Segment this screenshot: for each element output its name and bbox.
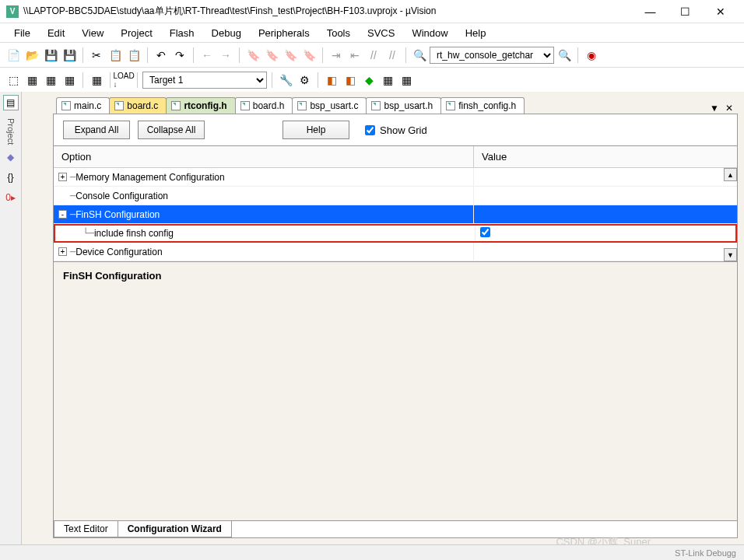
- find-next-icon[interactable]: 🔍: [556, 47, 573, 64]
- cut-icon[interactable]: ✂: [88, 47, 105, 64]
- menu-window[interactable]: Window: [404, 26, 455, 40]
- books-tab-icon[interactable]: ◆: [3, 149, 19, 165]
- indent-icon[interactable]: ⇥: [328, 47, 345, 64]
- outdent-icon[interactable]: ⇤: [346, 47, 363, 64]
- config-header: Option Value: [54, 145, 737, 168]
- tab-config-wizard[interactable]: Configuration Wizard: [118, 521, 232, 537]
- row-include-finsh[interactable]: └─include finsh config: [54, 224, 737, 243]
- tab-bsp-usart-h[interactable]: bsp_usart.h: [366, 97, 441, 114]
- menu-peripherals[interactable]: Peripherals: [251, 26, 318, 40]
- row-memory-mgmt[interactable]: +─Memory Management Configuration: [54, 168, 737, 187]
- config-description: FinSH Configuration: [54, 262, 737, 520]
- copy-icon[interactable]: 📋: [107, 47, 124, 64]
- redo-icon[interactable]: ↷: [171, 47, 188, 64]
- include-finsh-checkbox[interactable]: [480, 227, 490, 237]
- debug-icon[interactable]: ◉: [583, 47, 600, 64]
- bookmark-next-icon[interactable]: 🔖: [282, 47, 299, 64]
- separator: [147, 47, 148, 63]
- menu-help[interactable]: Help: [458, 26, 494, 40]
- bookmark-prev-icon[interactable]: 🔖: [263, 47, 280, 64]
- collapse-icon[interactable]: -: [58, 210, 67, 219]
- expand-icon[interactable]: +: [58, 247, 67, 256]
- tab-text-editor[interactable]: Text Editor: [54, 521, 118, 537]
- manage-books-icon[interactable]: ◧: [323, 72, 340, 89]
- col-header-value[interactable]: Value: [474, 146, 737, 167]
- manage-rte-icon[interactable]: ◆: [360, 72, 377, 89]
- project-tab-icon[interactable]: ▤: [3, 95, 19, 110]
- expand-all-button[interactable]: Expand All: [63, 121, 130, 139]
- open-file-icon[interactable]: 📂: [23, 47, 40, 64]
- row-finsh-config[interactable]: -─FinSH Configuration: [54, 205, 737, 224]
- bookmark-icon[interactable]: 🔖: [244, 47, 261, 64]
- undo-icon[interactable]: ↶: [153, 47, 170, 64]
- tab-close-icon[interactable]: ✕: [725, 103, 733, 114]
- collapse-all-button[interactable]: Collapse All: [138, 121, 205, 139]
- toolbar-build: ⬚ ▦ ▦ ▦ ▦ LOAD↓ Target 1 🔧 ⚙ ◧ ◧ ◆ ▦ ▦: [0, 67, 744, 92]
- maximize-button[interactable]: ☐: [668, 0, 703, 23]
- config-toolbar: Expand All Collapse All Help Show Grid: [54, 114, 737, 145]
- tab-bsp-usart-c[interactable]: bsp_usart.c: [292, 97, 367, 114]
- tab-main-c[interactable]: main.c: [56, 97, 110, 114]
- comment-icon[interactable]: //: [365, 47, 382, 64]
- status-debugger: ST-Link Debugg: [675, 548, 736, 558]
- main-area: ▤ Project ◆ {} 0▸ main.c board.c rtconfi…: [0, 92, 744, 544]
- bookmark-clear-icon[interactable]: 🔖: [300, 47, 318, 64]
- functions-tab-icon[interactable]: {}: [3, 170, 19, 185]
- batch-build-icon[interactable]: ▦: [61, 72, 78, 89]
- help-button[interactable]: Help: [283, 121, 349, 139]
- options-icon[interactable]: 🔧: [277, 72, 294, 89]
- menu-project[interactable]: Project: [113, 26, 160, 40]
- search-combo[interactable]: rt_hw_console_getchar: [430, 47, 554, 64]
- templates-tab-icon[interactable]: 0▸: [3, 190, 19, 205]
- nav-back-icon[interactable]: ←: [198, 47, 216, 64]
- tab-board-c[interactable]: board.c: [109, 97, 167, 114]
- tab-rtconfig-h[interactable]: rtconfig.h: [166, 97, 235, 114]
- find-icon[interactable]: 🔍: [411, 47, 428, 64]
- uncomment-icon[interactable]: //: [384, 47, 401, 64]
- expand-icon[interactable]: +: [58, 173, 67, 181]
- app-icon: V: [6, 5, 19, 18]
- separator: [82, 72, 83, 88]
- tab-finsh-config-h[interactable]: finsh_config.h: [440, 97, 525, 114]
- stop-build-icon[interactable]: ▦: [88, 72, 105, 89]
- project-tab-label[interactable]: Project: [6, 118, 16, 145]
- save-all-icon[interactable]: 💾: [61, 47, 78, 64]
- target-combo[interactable]: Target 1: [142, 72, 267, 89]
- menu-view[interactable]: View: [74, 26, 111, 40]
- menu-tools[interactable]: Tools: [319, 26, 358, 40]
- menu-file[interactable]: File: [6, 26, 38, 40]
- rebuild-icon[interactable]: ▦: [42, 72, 59, 89]
- show-grid-input[interactable]: [365, 125, 375, 135]
- toolbar-main: 📄 📂 💾 💾 ✂ 📋 📋 ↶ ↷ ← → 🔖 🔖 🔖 🔖 ⇥ ⇤ // // …: [0, 42, 744, 67]
- manage-components-icon[interactable]: ◧: [342, 72, 359, 89]
- title-bar: V \\LAPTOP-BBC5JDAE\study\aa单片机\RT-Threa…: [0, 0, 744, 23]
- menu-flash[interactable]: Flash: [162, 26, 202, 40]
- target-options-icon[interactable]: ⚙: [296, 72, 313, 89]
- file-icon: [114, 101, 124, 110]
- save-icon[interactable]: 💾: [42, 47, 59, 64]
- window-title: \\LAPTOP-BBC5JDAE\study\aa单片机\RT-Thread\…: [23, 5, 633, 18]
- nav-fwd-icon[interactable]: →: [217, 47, 234, 64]
- new-file-icon[interactable]: 📄: [5, 47, 22, 64]
- col-header-option[interactable]: Option: [54, 146, 474, 167]
- scroll-down-button[interactable]: ▼: [724, 248, 737, 261]
- paste-icon[interactable]: 📋: [125, 47, 142, 64]
- scroll-up-button[interactable]: ▲: [724, 168, 737, 181]
- menu-svcs[interactable]: SVCS: [360, 26, 402, 40]
- separator: [239, 47, 240, 63]
- minimize-button[interactable]: —: [633, 0, 668, 23]
- row-device-config[interactable]: +─Device Configuration: [54, 243, 737, 261]
- tab-board-h[interactable]: board.h: [235, 97, 293, 114]
- menu-edit[interactable]: Edit: [40, 26, 72, 40]
- tab-overflow-icon[interactable]: ▼: [710, 103, 719, 114]
- separator: [137, 72, 138, 88]
- menu-debug[interactable]: Debug: [204, 26, 249, 40]
- pack-installer-icon[interactable]: ▦: [379, 72, 396, 89]
- build-icon[interactable]: ▦: [23, 72, 40, 89]
- row-console-config[interactable]: ─Console Configuration: [54, 187, 737, 205]
- close-button[interactable]: ✕: [703, 0, 738, 23]
- download-icon[interactable]: LOAD↓: [115, 72, 132, 89]
- translate-icon[interactable]: ⬚: [5, 72, 22, 89]
- show-grid-checkbox[interactable]: Show Grid: [365, 124, 427, 136]
- config-wizard-icon[interactable]: ▦: [398, 72, 415, 89]
